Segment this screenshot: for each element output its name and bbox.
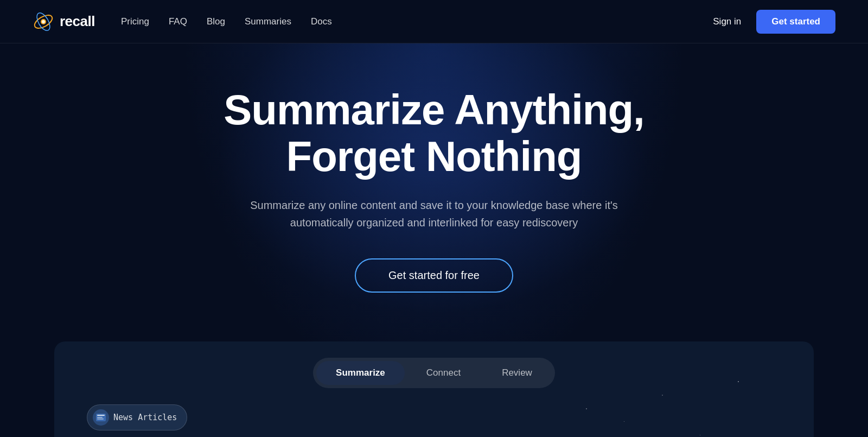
demo-section: Summarize Connect Review [54, 341, 814, 437]
tab-review[interactable]: Review [482, 361, 552, 385]
demo-tab-group: Summarize Connect Review [313, 358, 555, 388]
get-started-nav-button[interactable]: Get started [756, 10, 835, 34]
nav-links: Pricing FAQ Blog Summaries Docs [121, 16, 332, 27]
tab-summarize[interactable]: Summarize [316, 361, 405, 385]
svg-point-3 [42, 20, 45, 23]
nav-faq[interactable]: FAQ [169, 16, 187, 27]
news-icon [93, 409, 109, 426]
nav-summaries[interactable]: Summaries [245, 16, 291, 27]
news-tag-label: News Articles [113, 413, 177, 422]
svg-rect-7 [97, 419, 104, 420]
navbar-left: recall Pricing FAQ Blog Summaries Docs [33, 11, 332, 33]
logo-icon [33, 11, 54, 33]
nav-docs[interactable]: Docs [311, 16, 332, 27]
navbar: recall Pricing FAQ Blog Summaries Docs S… [0, 0, 868, 43]
hero-cta-button[interactable]: Get started for free [355, 258, 513, 293]
svg-rect-6 [97, 417, 103, 418]
nav-blog[interactable]: Blog [207, 16, 225, 27]
news-articles-tag[interactable]: News Articles [87, 404, 187, 430]
hero-subtitle: Summarize any online content and save it… [228, 197, 640, 231]
demo-tabs-container: Summarize Connect Review [87, 358, 781, 388]
nav-pricing[interactable]: Pricing [121, 16, 149, 27]
tab-connect[interactable]: Connect [407, 361, 480, 385]
demo-content-area: News Articles [87, 404, 781, 437]
svg-rect-5 [97, 415, 105, 416]
navbar-right: Sign in Get started [713, 10, 835, 34]
logo-text: recall [60, 13, 95, 30]
hero-section: Summarize Anything, Forget Nothing Summa… [0, 43, 868, 320]
sign-in-button[interactable]: Sign in [713, 16, 741, 27]
logo[interactable]: recall [33, 11, 95, 33]
hero-title: Summarize Anything, Forget Nothing [224, 87, 644, 180]
